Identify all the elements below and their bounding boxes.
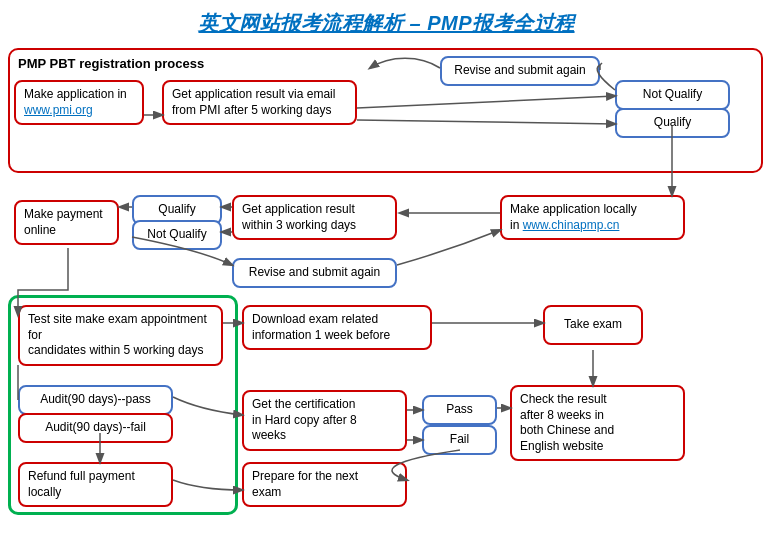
pmi-link[interactable]: www.pmi.org <box>24 103 93 117</box>
make-payment-box: Make paymentonline <box>14 200 119 245</box>
audit-fail-box: Audit(90 days)--fail <box>18 413 173 443</box>
not-qualify-mid-box: Not Qualify <box>132 220 222 250</box>
make-app-locally-box: Make application locallyin www.chinapmp.… <box>500 195 685 240</box>
pbt-header: PMP PBT registration process <box>18 56 204 71</box>
get-result-email-box: Get application result via emailfrom PMI… <box>162 80 357 125</box>
chinapmp-link[interactable]: www.chinapmp.cn <box>523 218 620 232</box>
make-application-box: Make application in www.pmi.org <box>14 80 144 125</box>
refund-box: Refund full paymentlocally <box>18 462 173 507</box>
fail-box: Fail <box>422 425 497 455</box>
take-exam-box: Take exam <box>543 305 643 345</box>
certification-box: Get the certificationin Hard copy after … <box>242 390 407 451</box>
revise-submit-top-box: Revise and submit again <box>440 56 600 86</box>
test-site-box: Test site make exam appointment forcandi… <box>18 305 223 366</box>
page-title: 英文网站报考流程解析 – PMP报考全过程 <box>14 10 759 37</box>
revise-submit2-box: Revise and submit again <box>232 258 397 288</box>
qualify-top-box: Qualify <box>615 108 730 138</box>
pass-box: Pass <box>422 395 497 425</box>
check-result-box: Check the resultafter 8 weeks inboth Chi… <box>510 385 685 461</box>
download-exam-box: Download exam relatedinformation 1 week … <box>242 305 432 350</box>
get-result-3days-box: Get application resultwithin 3 working d… <box>232 195 397 240</box>
not-qualify-top-box: Not Qualify <box>615 80 730 110</box>
page: 英文网站报考流程解析 – PMP报考全过程 PMP PBT registrati… <box>0 0 773 551</box>
prepare-next-box: Prepare for the nextexam <box>242 462 407 507</box>
audit-pass-box: Audit(90 days)--pass <box>18 385 173 415</box>
